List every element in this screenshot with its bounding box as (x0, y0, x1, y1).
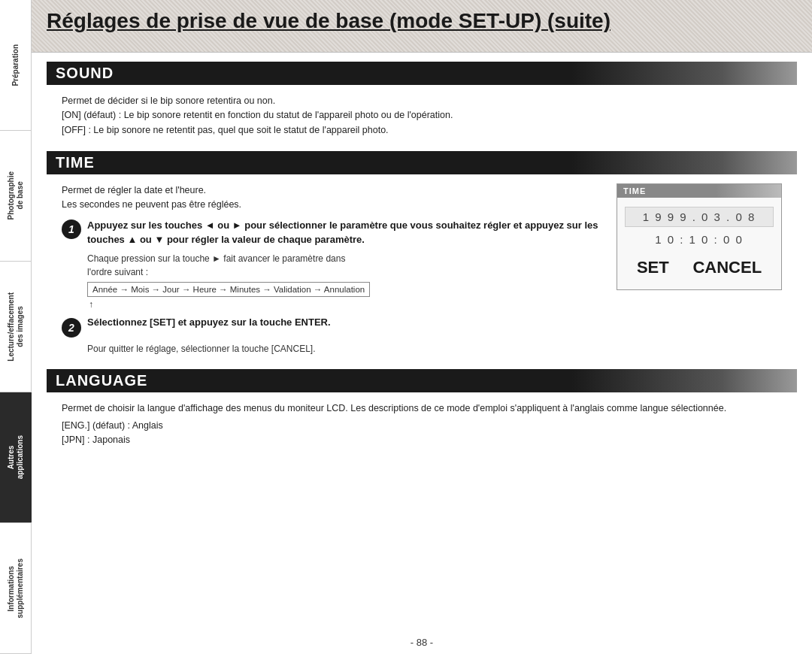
time-description: Permet de régler la date et l'heure. Les… (62, 183, 601, 212)
sound-off-text: [OFF] : Le bip sonore ne retentit pas, q… (62, 123, 782, 138)
sidebar-section-lecture[interactable]: Lecture/effacementdes images (0, 262, 32, 392)
page-container: Préparation Photographiede base Lecture/… (0, 0, 812, 654)
language-eng-text: [ENG.] (défaut) : Anglais (62, 419, 782, 433)
time-date-display: 1 9 9 9 . 0 3 . 0 8 (625, 207, 774, 227)
step2-sub: Pour quitter le réglage, sélectionner la… (87, 342, 601, 356)
arrow-indicator: ↑ (87, 297, 601, 310)
sound-section-content: Permet de décider si le bip sonore reten… (47, 91, 797, 142)
sound-section-header: SOUND (47, 62, 797, 85)
step1-sub1: Chaque pression sur la touche ► fait ava… (87, 252, 601, 279)
time-box-header: TIME (617, 184, 781, 198)
time-time-display: 1 0 : 1 0 : 0 0 (625, 233, 774, 246)
time-section-header: TIME (47, 151, 797, 174)
step1-text: Appuyez sur les touches ◄ ou ► pour séle… (87, 218, 601, 247)
content-body: SOUND Permet de décider si le bip sonore… (32, 53, 812, 631)
sound-description: Permet de décider si le bip sonore reten… (62, 94, 782, 108)
sidebar-section-informations[interactable]: Informationssupplémentaires (0, 523, 32, 654)
language-jpn-text: [JPN] : Japonais (62, 433, 782, 447)
page-header: Réglages de prise de vue de base (mode S… (32, 0, 812, 53)
main-content: Réglages de prise de vue de base (mode S… (32, 0, 812, 654)
step2-text: Sélectionnez [SET] et appuyez sur la tou… (87, 316, 331, 328)
cancel-button[interactable]: CANCEL (692, 258, 762, 277)
step1-number: 1 (62, 220, 81, 239)
sidebar-section-preparation[interactable]: Préparation (0, 0, 32, 131)
page-footer: - 88 - (32, 631, 812, 654)
arrow-sequence: Année → Mois → Jour → Heure → Minutes → … (87, 282, 370, 297)
time-buttons: SET CANCEL (625, 255, 774, 280)
language-section-content: Permet de choisir la langue d'affichage … (47, 398, 797, 453)
sidebar-section-photographie[interactable]: Photographiede base (0, 131, 32, 262)
time-box-body: 1 9 9 9 . 0 3 . 0 8 1 0 : 1 0 : 0 0 SET … (617, 198, 781, 289)
sidebar-section-autres[interactable]: Autresapplications (0, 392, 32, 523)
sidebar: Préparation Photographiede base Lecture/… (0, 0, 32, 654)
step2-number: 2 (62, 318, 81, 338)
language-section-header: LANGUAGE (47, 369, 797, 392)
arrow-sequence-container: Année → Mois → Jour → Heure → Minutes → … (87, 282, 601, 310)
page-number: - 88 - (411, 637, 433, 648)
time-left-content: Permet de régler la date et l'heure. Les… (62, 183, 601, 356)
time-box: TIME 1 9 9 9 . 0 3 . 0 8 1 0 : 1 0 : 0 0… (617, 183, 782, 290)
sound-on-text: [ON] (défaut) : Le bip sonore retentit e… (62, 108, 782, 123)
step1-container: 1 Appuyez sur les touches ◄ ou ► pour sé… (62, 218, 601, 247)
page-title: Réglages de prise de vue de base (mode S… (47, 9, 797, 33)
step2-container: 2 Sélectionnez [SET] et appuyez sur la t… (62, 316, 601, 338)
language-description: Permet de choisir la langue d'affichage … (62, 401, 782, 416)
time-section-content: Permet de régler la date et l'heure. Les… (47, 180, 797, 360)
set-button[interactable]: SET (637, 258, 669, 277)
